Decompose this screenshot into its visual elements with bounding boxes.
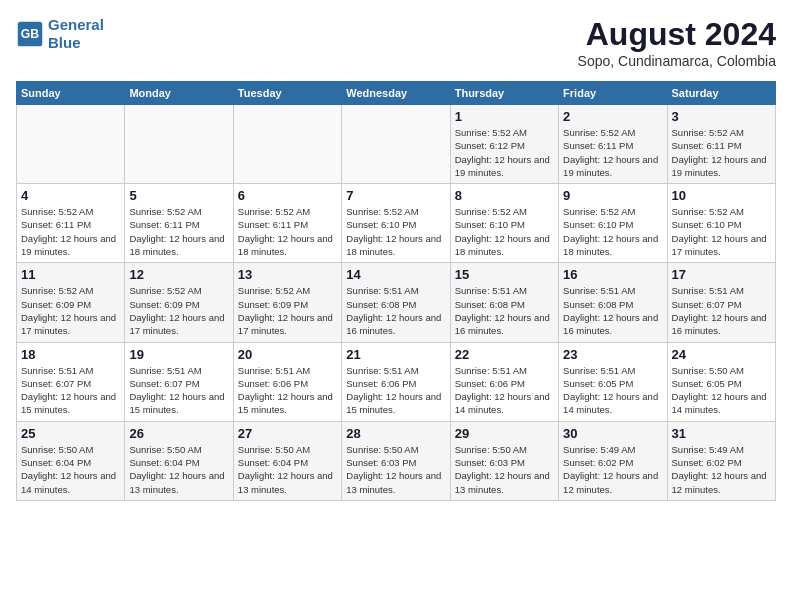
calendar-cell <box>17 105 125 184</box>
day-info: Sunrise: 5:51 AM Sunset: 6:06 PM Dayligh… <box>455 364 554 417</box>
day-number: 15 <box>455 267 554 282</box>
day-info: Sunrise: 5:51 AM Sunset: 6:08 PM Dayligh… <box>346 284 445 337</box>
day-info: Sunrise: 5:50 AM Sunset: 6:04 PM Dayligh… <box>129 443 228 496</box>
day-number: 10 <box>672 188 771 203</box>
subtitle: Sopo, Cundinamarca, Colombia <box>578 53 776 69</box>
day-number: 1 <box>455 109 554 124</box>
calendar-week-row: 1Sunrise: 5:52 AM Sunset: 6:12 PM Daylig… <box>17 105 776 184</box>
calendar-cell: 16Sunrise: 5:51 AM Sunset: 6:08 PM Dayli… <box>559 263 667 342</box>
day-number: 26 <box>129 426 228 441</box>
day-info: Sunrise: 5:52 AM Sunset: 6:10 PM Dayligh… <box>346 205 445 258</box>
day-number: 3 <box>672 109 771 124</box>
calendar-cell: 23Sunrise: 5:51 AM Sunset: 6:05 PM Dayli… <box>559 342 667 421</box>
calendar-cell: 7Sunrise: 5:52 AM Sunset: 6:10 PM Daylig… <box>342 184 450 263</box>
calendar-cell <box>233 105 341 184</box>
day-info: Sunrise: 5:51 AM Sunset: 6:06 PM Dayligh… <box>346 364 445 417</box>
day-info: Sunrise: 5:52 AM Sunset: 6:09 PM Dayligh… <box>129 284 228 337</box>
day-number: 21 <box>346 347 445 362</box>
day-number: 25 <box>21 426 120 441</box>
calendar-week-row: 18Sunrise: 5:51 AM Sunset: 6:07 PM Dayli… <box>17 342 776 421</box>
day-info: Sunrise: 5:52 AM Sunset: 6:12 PM Dayligh… <box>455 126 554 179</box>
day-info: Sunrise: 5:52 AM Sunset: 6:09 PM Dayligh… <box>238 284 337 337</box>
calendar-cell: 15Sunrise: 5:51 AM Sunset: 6:08 PM Dayli… <box>450 263 558 342</box>
day-number: 27 <box>238 426 337 441</box>
calendar-cell: 29Sunrise: 5:50 AM Sunset: 6:03 PM Dayli… <box>450 421 558 500</box>
day-number: 6 <box>238 188 337 203</box>
day-info: Sunrise: 5:49 AM Sunset: 6:02 PM Dayligh… <box>563 443 662 496</box>
day-number: 11 <box>21 267 120 282</box>
day-number: 13 <box>238 267 337 282</box>
calendar-cell: 2Sunrise: 5:52 AM Sunset: 6:11 PM Daylig… <box>559 105 667 184</box>
calendar-cell: 1Sunrise: 5:52 AM Sunset: 6:12 PM Daylig… <box>450 105 558 184</box>
weekday-header: Saturday <box>667 82 775 105</box>
calendar-cell: 11Sunrise: 5:52 AM Sunset: 6:09 PM Dayli… <box>17 263 125 342</box>
page-header: GB General Blue August 2024 Sopo, Cundin… <box>16 16 776 69</box>
day-number: 18 <box>21 347 120 362</box>
day-number: 8 <box>455 188 554 203</box>
day-number: 23 <box>563 347 662 362</box>
day-info: Sunrise: 5:51 AM Sunset: 6:08 PM Dayligh… <box>563 284 662 337</box>
weekday-header: Thursday <box>450 82 558 105</box>
calendar-cell: 20Sunrise: 5:51 AM Sunset: 6:06 PM Dayli… <box>233 342 341 421</box>
day-number: 19 <box>129 347 228 362</box>
calendar-cell <box>125 105 233 184</box>
day-info: Sunrise: 5:51 AM Sunset: 6:07 PM Dayligh… <box>672 284 771 337</box>
calendar-cell <box>342 105 450 184</box>
calendar-cell: 17Sunrise: 5:51 AM Sunset: 6:07 PM Dayli… <box>667 263 775 342</box>
day-info: Sunrise: 5:52 AM Sunset: 6:11 PM Dayligh… <box>21 205 120 258</box>
weekday-header: Tuesday <box>233 82 341 105</box>
day-info: Sunrise: 5:51 AM Sunset: 6:08 PM Dayligh… <box>455 284 554 337</box>
day-number: 24 <box>672 347 771 362</box>
calendar-cell: 10Sunrise: 5:52 AM Sunset: 6:10 PM Dayli… <box>667 184 775 263</box>
calendar-cell: 6Sunrise: 5:52 AM Sunset: 6:11 PM Daylig… <box>233 184 341 263</box>
calendar-cell: 21Sunrise: 5:51 AM Sunset: 6:06 PM Dayli… <box>342 342 450 421</box>
calendar-cell: 24Sunrise: 5:50 AM Sunset: 6:05 PM Dayli… <box>667 342 775 421</box>
day-number: 12 <box>129 267 228 282</box>
day-info: Sunrise: 5:52 AM Sunset: 6:10 PM Dayligh… <box>455 205 554 258</box>
calendar-cell: 30Sunrise: 5:49 AM Sunset: 6:02 PM Dayli… <box>559 421 667 500</box>
calendar-cell: 26Sunrise: 5:50 AM Sunset: 6:04 PM Dayli… <box>125 421 233 500</box>
day-number: 16 <box>563 267 662 282</box>
day-number: 14 <box>346 267 445 282</box>
day-number: 30 <box>563 426 662 441</box>
calendar-cell: 14Sunrise: 5:51 AM Sunset: 6:08 PM Dayli… <box>342 263 450 342</box>
day-number: 28 <box>346 426 445 441</box>
calendar-week-row: 4Sunrise: 5:52 AM Sunset: 6:11 PM Daylig… <box>17 184 776 263</box>
day-info: Sunrise: 5:52 AM Sunset: 6:10 PM Dayligh… <box>563 205 662 258</box>
calendar-cell: 19Sunrise: 5:51 AM Sunset: 6:07 PM Dayli… <box>125 342 233 421</box>
calendar-week-row: 11Sunrise: 5:52 AM Sunset: 6:09 PM Dayli… <box>17 263 776 342</box>
logo-icon: GB <box>16 20 44 48</box>
day-info: Sunrise: 5:51 AM Sunset: 6:07 PM Dayligh… <box>21 364 120 417</box>
day-number: 17 <box>672 267 771 282</box>
day-info: Sunrise: 5:50 AM Sunset: 6:05 PM Dayligh… <box>672 364 771 417</box>
day-info: Sunrise: 5:49 AM Sunset: 6:02 PM Dayligh… <box>672 443 771 496</box>
day-info: Sunrise: 5:52 AM Sunset: 6:11 PM Dayligh… <box>563 126 662 179</box>
calendar-cell: 28Sunrise: 5:50 AM Sunset: 6:03 PM Dayli… <box>342 421 450 500</box>
calendar-cell: 13Sunrise: 5:52 AM Sunset: 6:09 PM Dayli… <box>233 263 341 342</box>
main-title: August 2024 <box>578 16 776 53</box>
day-number: 31 <box>672 426 771 441</box>
day-info: Sunrise: 5:52 AM Sunset: 6:11 PM Dayligh… <box>129 205 228 258</box>
weekday-header: Monday <box>125 82 233 105</box>
day-info: Sunrise: 5:52 AM Sunset: 6:09 PM Dayligh… <box>21 284 120 337</box>
day-number: 9 <box>563 188 662 203</box>
weekday-header: Friday <box>559 82 667 105</box>
calendar-table: SundayMondayTuesdayWednesdayThursdayFrid… <box>16 81 776 501</box>
day-info: Sunrise: 5:51 AM Sunset: 6:05 PM Dayligh… <box>563 364 662 417</box>
header-row: SundayMondayTuesdayWednesdayThursdayFrid… <box>17 82 776 105</box>
calendar-cell: 22Sunrise: 5:51 AM Sunset: 6:06 PM Dayli… <box>450 342 558 421</box>
day-number: 20 <box>238 347 337 362</box>
weekday-header: Wednesday <box>342 82 450 105</box>
day-info: Sunrise: 5:50 AM Sunset: 6:03 PM Dayligh… <box>346 443 445 496</box>
day-number: 22 <box>455 347 554 362</box>
day-number: 7 <box>346 188 445 203</box>
calendar-cell: 4Sunrise: 5:52 AM Sunset: 6:11 PM Daylig… <box>17 184 125 263</box>
calendar-cell: 25Sunrise: 5:50 AM Sunset: 6:04 PM Dayli… <box>17 421 125 500</box>
day-number: 5 <box>129 188 228 203</box>
title-block: August 2024 Sopo, Cundinamarca, Colombia <box>578 16 776 69</box>
calendar-cell: 9Sunrise: 5:52 AM Sunset: 6:10 PM Daylig… <box>559 184 667 263</box>
calendar-cell: 18Sunrise: 5:51 AM Sunset: 6:07 PM Dayli… <box>17 342 125 421</box>
day-info: Sunrise: 5:51 AM Sunset: 6:06 PM Dayligh… <box>238 364 337 417</box>
day-info: Sunrise: 5:50 AM Sunset: 6:03 PM Dayligh… <box>455 443 554 496</box>
day-info: Sunrise: 5:51 AM Sunset: 6:07 PM Dayligh… <box>129 364 228 417</box>
